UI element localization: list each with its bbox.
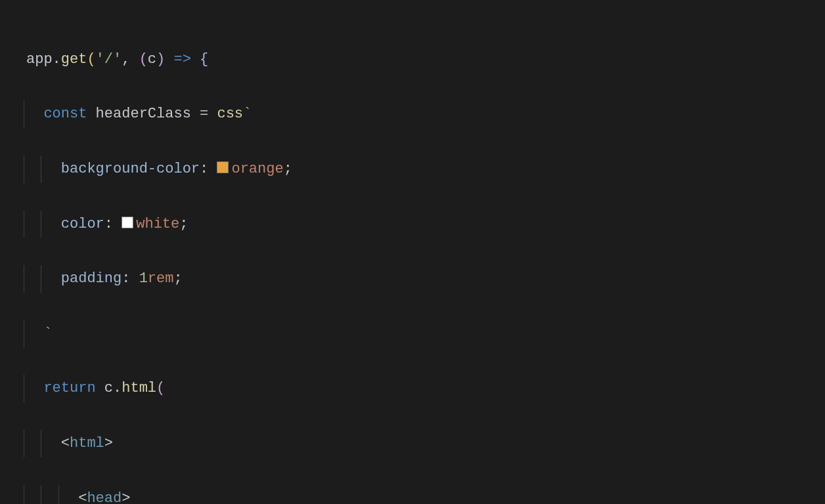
code-line: <html> bbox=[26, 430, 799, 457]
color-swatch-icon bbox=[217, 161, 229, 173]
code-line: return c.html( bbox=[26, 375, 799, 402]
css-value: white bbox=[136, 216, 179, 232]
code-line: <head> bbox=[26, 485, 799, 504]
jsx-tag: html bbox=[70, 435, 104, 452]
code-line: const headerClass = css` bbox=[26, 100, 799, 128]
method: get bbox=[61, 51, 87, 68]
code-line: color: white; bbox=[26, 211, 799, 238]
code-line: ` bbox=[26, 320, 799, 348]
css-property: color bbox=[61, 216, 104, 232]
css-property: background-color bbox=[61, 161, 200, 177]
code-line: background-color: orange; bbox=[26, 156, 799, 183]
string-literal: '/' bbox=[96, 51, 122, 68]
identifier: app bbox=[26, 51, 53, 68]
keyword: const bbox=[43, 106, 87, 122]
css-property: padding bbox=[61, 270, 122, 287]
code-line: app.get('/', (c) => { bbox=[26, 46, 799, 74]
code-block: app.get('/', (c) => { const headerClass … bbox=[0, 0, 825, 504]
jsx-tag: head bbox=[87, 490, 122, 504]
code-line: padding: 1rem; bbox=[26, 265, 799, 293]
color-swatch-icon bbox=[122, 217, 133, 228]
keyword: return bbox=[43, 380, 104, 396]
css-value: orange bbox=[231, 161, 283, 177]
